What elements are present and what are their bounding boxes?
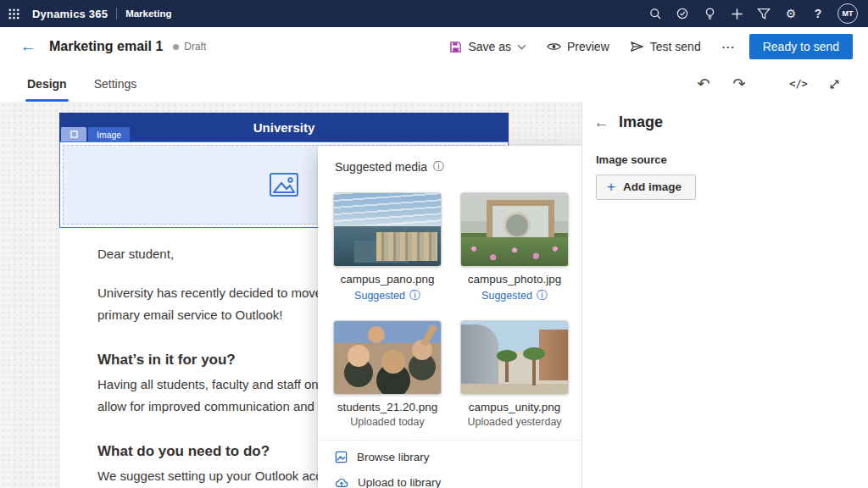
main-area: University Image Dear student, Universit… [0, 102, 868, 488]
image-icon [270, 173, 298, 197]
design-canvas[interactable]: University Image Dear student, Universit… [0, 102, 581, 488]
test-send-button[interactable]: Test send [623, 35, 708, 58]
selection-label[interactable]: Image [88, 127, 130, 141]
page-title: Marketing email 1 [49, 39, 163, 54]
add-image-label: Add image [623, 180, 682, 193]
browse-library-button[interactable]: Browse library [318, 444, 581, 469]
search-icon[interactable] [643, 0, 668, 27]
select-parent-icon[interactable] [61, 127, 86, 141]
redo-icon[interactable]: ↷ [727, 72, 751, 96]
topbar-divider [116, 8, 117, 19]
add-image-button[interactable]: + Add image [596, 175, 696, 200]
gear-icon[interactable]: ⚙ [778, 0, 804, 27]
upload-to-library-button[interactable]: Upload to library [318, 469, 581, 488]
browse-library-label: Browse library [357, 451, 430, 463]
save-icon [449, 41, 462, 53]
eye-icon [547, 42, 561, 52]
area-title[interactable]: Marketing [125, 8, 171, 19]
info-icon[interactable]: ⓘ [433, 159, 444, 175]
suggested-media-popup: Suggested media ⓘ campus_pano.png Sugges… [318, 146, 581, 488]
save-as-label: Save as [468, 40, 511, 53]
popup-divider [318, 440, 581, 441]
email-header-text: University [253, 120, 315, 135]
preview-button[interactable]: Preview [540, 35, 616, 58]
save-as-button[interactable]: Save as [442, 35, 533, 58]
media-item-campus-pano[interactable]: campus_pano.png Suggestedⓘ [333, 192, 442, 303]
media-item-campus-unity[interactable]: campus_unity.png Uploaded yesterday [460, 320, 569, 428]
check-circle-icon[interactable] [670, 0, 695, 27]
info-icon[interactable]: ⓘ [537, 288, 548, 303]
popup-title: Suggested media [335, 160, 427, 174]
ready-to-send-button[interactable]: Ready to send [749, 34, 853, 59]
thumbnail-campus-pano[interactable] [333, 192, 442, 267]
selection-toolbar: Image [61, 127, 130, 141]
email-header-block[interactable]: University Image [59, 113, 509, 141]
media-meta-label: Suggested [481, 290, 532, 302]
plus-icon: + [607, 180, 615, 194]
undo-icon[interactable]: ↶ [692, 72, 715, 96]
media-item-students[interactable]: students_21.20.png Uploaded today [333, 320, 442, 428]
thumbnail-students[interactable] [333, 320, 442, 395]
preview-label: Preview [567, 40, 609, 53]
image-properties-panel: ← Image Image source + Add image [581, 102, 868, 488]
info-icon[interactable]: ⓘ [409, 288, 420, 303]
command-bar: ← Marketing email 1 Draft Save as Previe… [0, 27, 868, 67]
media-meta-label: Uploaded today [350, 416, 425, 428]
status-badge: Draft [184, 41, 206, 53]
waffle-icon[interactable] [0, 0, 27, 27]
thumbnail-campus-photo[interactable] [460, 192, 569, 267]
top-nav-bar: Dynamics 365 Marketing ⚙ ? MT [0, 0, 868, 27]
media-item-campus-photo[interactable]: campus_photo.jpg Suggestedⓘ [460, 192, 569, 303]
plus-icon[interactable] [724, 0, 749, 27]
panel-back-icon[interactable]: ← [594, 114, 609, 131]
avatar[interactable]: MT [837, 3, 858, 24]
help-icon[interactable]: ? [805, 0, 831, 27]
thumbnail-campus-unity[interactable] [460, 320, 569, 395]
tab-settings[interactable]: Settings [91, 66, 141, 102]
expand-icon[interactable] [822, 72, 846, 96]
tab-design[interactable]: Design [24, 66, 70, 102]
upload-to-library-label: Upload to library [358, 476, 441, 488]
media-filename: campus_photo.jpg [460, 273, 569, 286]
chevron-down-icon [517, 44, 526, 50]
app-title[interactable]: Dynamics 365 [32, 8, 108, 20]
media-filename: campus_unity.png [460, 401, 569, 413]
media-meta-label: Uploaded yesterday [467, 416, 561, 428]
filter-icon[interactable] [751, 0, 776, 27]
image-source-label: Image source [582, 131, 868, 166]
media-filename: students_21.20.png [333, 401, 442, 413]
more-commands-button[interactable]: ⋯ [715, 39, 743, 55]
panel-title: Image [619, 114, 663, 131]
status-dot [173, 44, 179, 50]
media-grid: campus_pano.png Suggestedⓘ campus_photo.… [318, 175, 581, 428]
upload-cloud-icon [335, 477, 348, 488]
tab-bar: Design Settings ↶ ↷ </> [0, 66, 868, 103]
test-send-label: Test send [650, 40, 701, 53]
media-filename: campus_pano.png [333, 273, 442, 286]
html-code-icon[interactable]: </> [787, 72, 810, 96]
media-meta-label: Suggested [354, 290, 405, 302]
send-icon [630, 41, 644, 53]
browse-library-icon [335, 451, 348, 463]
lightbulb-icon[interactable] [697, 0, 722, 27]
back-icon[interactable]: ← [15, 34, 41, 59]
